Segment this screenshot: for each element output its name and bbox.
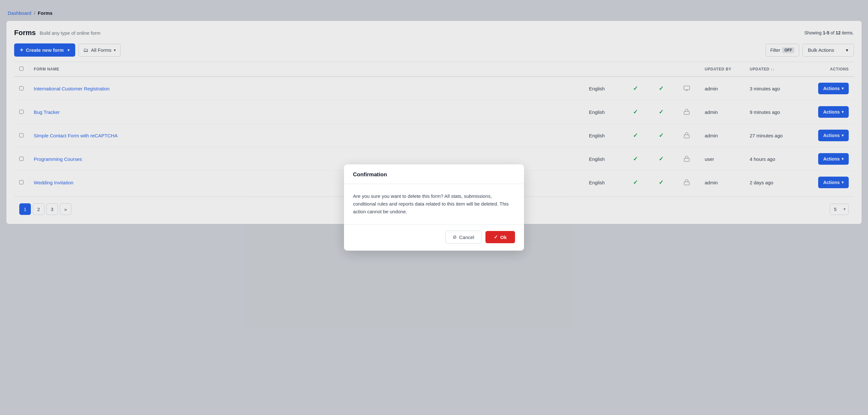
modal-footer: ⊘ Cancel ✓ Ok bbox=[344, 225, 524, 250]
ok-button[interactable]: ✓ Ok bbox=[486, 231, 515, 243]
modal-body: Are you sure you want to delete this for… bbox=[344, 184, 524, 225]
cancel-label: Cancel bbox=[459, 235, 474, 240]
ok-label: Ok bbox=[500, 235, 507, 240]
cancel-icon: ⊘ bbox=[453, 234, 457, 240]
modal-title: Confirmation bbox=[344, 165, 524, 184]
confirmation-modal: Confirmation Are you sure you want to de… bbox=[344, 165, 524, 250]
modal-overlay[interactable]: Confirmation Are you sure you want to de… bbox=[0, 0, 868, 415]
cancel-button[interactable]: ⊘ Cancel bbox=[445, 231, 482, 243]
ok-check-icon: ✓ bbox=[494, 234, 498, 240]
